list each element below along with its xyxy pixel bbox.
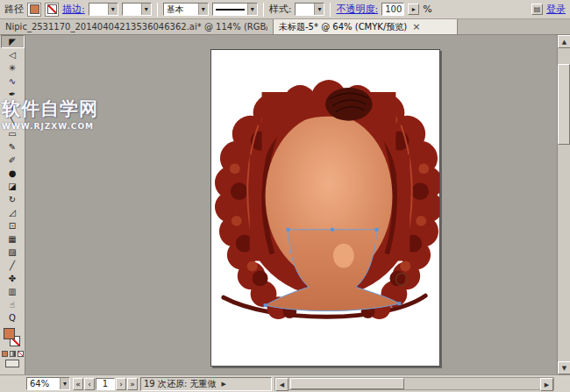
horizontal-scroll-track[interactable]: [289, 378, 540, 389]
color-mode-button[interactable]: [2, 351, 8, 357]
eyedropper-tool-icon: ╱: [10, 260, 15, 270]
paintbrush-tool[interactable]: ✎: [1, 140, 25, 153]
mesh-tool-icon: ▦: [8, 234, 16, 244]
eraser-tool[interactable]: ◪: [1, 180, 25, 193]
column-graph-tool[interactable]: ▥: [1, 285, 25, 298]
close-icon[interactable]: ×: [412, 21, 420, 32]
brush-definition-combo[interactable]: ▾: [212, 3, 258, 16]
gradient-mode-button[interactable]: [10, 351, 16, 357]
zoom-level-combo[interactable]: 64% ▾: [26, 377, 70, 390]
status-popup-icon[interactable]: ▶: [221, 381, 225, 388]
free-transform-tool[interactable]: ⊡: [1, 219, 25, 232]
style-combo[interactable]: ▾: [295, 3, 324, 16]
stroke-weight-combo[interactable]: ▾: [89, 3, 118, 16]
tab-document-2[interactable]: 未标题-5* @ 64% (CMYK/预览) ×: [274, 19, 458, 34]
pencil-tool-icon: ✐: [9, 155, 16, 165]
artboard[interactable]: [210, 49, 440, 367]
chevron-down-icon[interactable]: ▾: [108, 4, 118, 15]
symbol-sprayer-tool-icon: ✤: [9, 274, 16, 283]
pencil-tool[interactable]: ✐: [1, 153, 25, 167]
chevron-down-icon[interactable]: ▾: [141, 4, 151, 15]
mesh-tool[interactable]: ▦: [1, 232, 25, 246]
opacity-link[interactable]: 不透明度:: [336, 3, 378, 16]
scroll-right-icon[interactable]: ▶: [540, 378, 553, 391]
illustrator-window: 路径 描边: ▾ ▾ 基本 ▾ ▾ 样式: ▾ 不透明度: 100: [0, 0, 570, 392]
direct-selection-tool[interactable]: ◁: [1, 48, 25, 61]
vertical-scroll-thumb[interactable]: [558, 64, 570, 145]
zoom-tool-icon: Q: [9, 313, 16, 323]
tab-document-1[interactable]: Nipic_2531170_20140404213536046362.ai* @…: [0, 19, 274, 34]
appearance-combo[interactable]: 基本 ▾: [163, 3, 209, 16]
hand-tool[interactable]: ☝: [1, 298, 25, 311]
pen-tool-icon: ✒: [9, 89, 16, 99]
fill-color-swatch[interactable]: [27, 3, 41, 17]
paintbrush-tool-icon: ✎: [9, 142, 16, 152]
separator: [263, 3, 264, 17]
canvas[interactable]: [25, 35, 557, 374]
status-history-text: 19 次还原: 无重做: [144, 378, 216, 390]
selection-tool[interactable]: ◤: [1, 35, 25, 48]
panel-menu-icon[interactable]: ▤: [531, 4, 543, 15]
fill-chip[interactable]: [4, 328, 15, 339]
blob-brush-tool[interactable]: ●: [1, 167, 25, 180]
opacity-input[interactable]: 100: [381, 3, 404, 16]
lasso-tool[interactable]: ∿: [1, 75, 25, 88]
magic-wand-tool-icon: ✳: [9, 63, 16, 73]
screen-mode-button[interactable]: [5, 360, 19, 367]
width-profile-combo[interactable]: ▾: [122, 3, 152, 16]
brush-stroke-preview-icon: [216, 9, 245, 11]
rotate-tool[interactable]: ↻: [1, 193, 25, 206]
chevron-down-icon[interactable]: ▾: [198, 4, 208, 15]
signin-link[interactable]: 登录: [546, 3, 566, 16]
symbol-sprayer-tool[interactable]: ✤: [1, 272, 25, 285]
scroll-left-icon[interactable]: ◀: [275, 378, 289, 391]
scale-tool[interactable]: ◿: [1, 206, 25, 219]
next-artboard-button[interactable]: ›: [116, 378, 126, 390]
none-mode-button[interactable]: [18, 351, 24, 357]
selection-type-label: 路径: [4, 3, 24, 16]
opacity-slider-button[interactable]: ▸: [408, 4, 419, 15]
stroke-color-swatch[interactable]: [45, 3, 59, 17]
stroke-panel-link[interactable]: 描边:: [62, 3, 85, 16]
pen-tool[interactable]: ✒: [1, 88, 25, 101]
stroke-none-icon: [47, 4, 57, 14]
rectangle-tool[interactable]: ▭: [1, 127, 25, 140]
separator: [330, 3, 331, 17]
type-tool-icon: T: [10, 103, 15, 112]
chevron-down-icon[interactable]: ▾: [247, 4, 257, 15]
status-readout[interactable]: 19 次还原: 无重做 ▶: [140, 377, 272, 391]
appearance-value: 基本: [164, 4, 198, 16]
vertical-scroll-track[interactable]: [558, 48, 570, 361]
resize-corner: [557, 375, 570, 392]
chevron-down-icon[interactable]: ▾: [60, 378, 69, 389]
fill-stroke-controls: [1, 326, 25, 349]
blob-brush-tool-icon: ●: [9, 168, 17, 178]
first-artboard-button[interactable]: «: [73, 378, 83, 390]
artboard-number-field[interactable]: 1: [96, 378, 115, 390]
scale-tool-icon: ◿: [9, 208, 16, 217]
direct-selection-tool-icon: ◁: [9, 50, 16, 60]
prev-artboard-button[interactable]: ‹: [84, 378, 95, 390]
vertical-scrollbar[interactable]: ▲ ▼: [557, 35, 570, 374]
document-tab-bar: Nipic_2531170_20140404213536046362.ai* @…: [0, 19, 570, 35]
last-artboard-button[interactable]: »: [127, 378, 138, 390]
face-illustration: [211, 50, 439, 366]
artboard-navigation: « ‹ 1 › »: [73, 378, 138, 390]
magic-wand-tool[interactable]: ✳: [1, 61, 25, 75]
type-tool[interactable]: T: [1, 101, 25, 114]
scroll-down-icon[interactable]: ▼: [558, 361, 570, 374]
gradient-tool[interactable]: ▨: [1, 246, 25, 259]
eyedropper-tool[interactable]: ╱: [1, 259, 25, 272]
line-tool[interactable]: ╲: [1, 114, 25, 127]
paint-mode-row: [2, 351, 24, 357]
tools-panel: ◤ ◁ ✳ ∿ ✒ T ╲ ▭ ✎ ✐ ● ◪ ↻ ◿ ⊡ ▦ ▨ ╱ ✤ ▥ …: [0, 35, 25, 374]
zoom-tool[interactable]: Q: [1, 311, 25, 324]
opacity-value: 100: [382, 4, 403, 14]
scroll-up-icon[interactable]: ▲: [558, 35, 570, 48]
free-transform-tool-icon: ⊡: [9, 221, 16, 231]
chevron-down-icon[interactable]: ▾: [314, 4, 324, 15]
horizontal-scrollbar[interactable]: ◀ ▶: [274, 377, 554, 390]
eraser-tool-icon: ◪: [8, 182, 16, 191]
horizontal-scroll-thumb[interactable]: [290, 378, 404, 389]
line-tool-icon: ╲: [10, 116, 15, 125]
